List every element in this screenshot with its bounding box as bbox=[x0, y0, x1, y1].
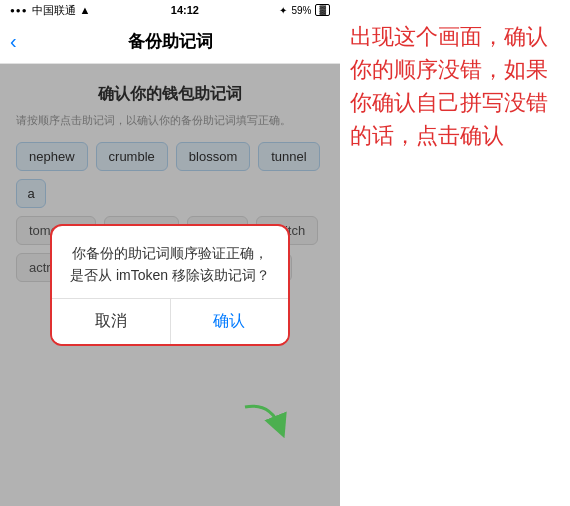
battery-icon: ▓ bbox=[315, 4, 330, 16]
nav-title: 备份助记词 bbox=[128, 30, 213, 53]
main-content: 确认你的钱包助记词 请按顺序点击助记词，以确认你的备份助记词填写正确。 neph… bbox=[0, 64, 340, 506]
wifi-icon: ▲ bbox=[80, 4, 91, 16]
dialog-actions: 取消 确认 bbox=[52, 298, 288, 344]
time-display: 14:12 bbox=[171, 4, 199, 16]
signal-dots: ●●● bbox=[10, 6, 28, 15]
annotation-area: 出现这个画面，确认你的顺序没错，如果你确认自己拼写没错的话，点击确认 bbox=[340, 0, 570, 506]
dialog-cancel-button[interactable]: 取消 bbox=[52, 299, 171, 344]
bluetooth-icon: ✦ bbox=[279, 5, 287, 16]
battery-level: 59% bbox=[291, 5, 311, 16]
nav-bar: ‹ 备份助记词 bbox=[0, 20, 340, 64]
confirmation-dialog: 你备份的助记词顺序验证正确，是否从 imToken 移除该助记词？ 取消 确认 bbox=[50, 224, 290, 347]
phone-container: ●●● 中国联通 ▲ 14:12 ✦ 59% ▓ ‹ 备份助记词 确认你的钱包助… bbox=[0, 0, 340, 506]
status-left: ●●● 中国联通 ▲ bbox=[10, 3, 90, 18]
dialog-overlay: 你备份的助记词顺序验证正确，是否从 imToken 移除该助记词？ 取消 确认 bbox=[0, 64, 340, 506]
status-right: ✦ 59% ▓ bbox=[279, 4, 330, 16]
status-bar: ●●● 中国联通 ▲ 14:12 ✦ 59% ▓ bbox=[0, 0, 340, 20]
dialog-ok-button[interactable]: 确认 bbox=[171, 299, 289, 344]
dialog-message: 你备份的助记词顺序验证正确，是否从 imToken 移除该助记词？ bbox=[68, 242, 272, 287]
carrier: 中国联通 bbox=[32, 3, 76, 18]
back-button[interactable]: ‹ bbox=[10, 30, 17, 53]
annotation-text: 出现这个画面，确认你的顺序没错，如果你确认自己拼写没错的话，点击确认 bbox=[350, 20, 560, 152]
dialog-body: 你备份的助记词顺序验证正确，是否从 imToken 移除该助记词？ bbox=[52, 226, 288, 299]
green-arrow-indicator bbox=[240, 397, 290, 451]
